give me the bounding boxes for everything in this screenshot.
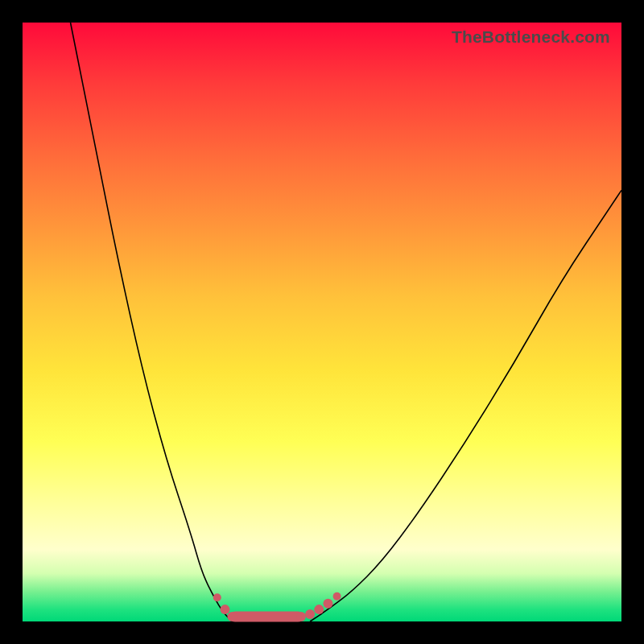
- marker-point: [333, 592, 341, 601]
- marker-point: [220, 605, 229, 614]
- marker-point: [305, 609, 315, 619]
- chart-svg: [23, 23, 621, 621]
- marker-point: [213, 593, 221, 601]
- marker-point: [227, 612, 237, 621]
- marker-point: [296, 612, 306, 621]
- chart-frame: TheBottleneck.com: [0, 0, 644, 644]
- marker-point: [323, 599, 332, 609]
- left-curve: [71, 23, 233, 621]
- plot-area: TheBottleneck.com: [23, 23, 621, 621]
- marker-point: [314, 605, 324, 614]
- right-curve: [310, 190, 621, 621]
